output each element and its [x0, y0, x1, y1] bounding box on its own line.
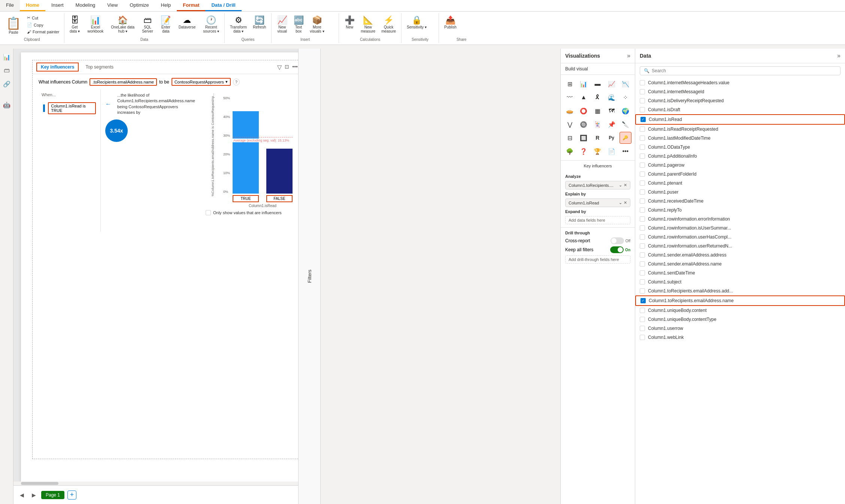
- data-item-checkbox[interactable]: [640, 180, 645, 186]
- drill-add-field[interactable]: Add drill-through fields here: [565, 255, 630, 264]
- filter-icon[interactable]: ▽: [277, 64, 282, 71]
- viz-icon-filled-map[interactable]: 🌍: [620, 105, 632, 117]
- tab-help[interactable]: Help: [155, 0, 177, 11]
- sidebar-data-icon[interactable]: 🗃: [1, 65, 12, 76]
- data-item-checkbox[interactable]: [640, 279, 645, 285]
- add-page-button[interactable]: +: [67, 491, 76, 500]
- data-item[interactable]: Column1.replyTo: [635, 206, 845, 215]
- focus-icon[interactable]: ⊡: [285, 64, 289, 71]
- data-item[interactable]: Column1.sender.emailAddress.name: [635, 259, 845, 268]
- expand-by-placeholder[interactable]: Add data fields here: [565, 216, 630, 224]
- viz-icon-kpi[interactable]: 📌: [606, 118, 618, 130]
- viz-icon-waterfall[interactable]: 🌊: [606, 91, 618, 103]
- data-item[interactable]: Column1.internetMessageHeaders.value: [635, 78, 845, 87]
- viz-icon-line[interactable]: 〰: [564, 91, 576, 103]
- explain-remove-button[interactable]: ✕: [624, 200, 627, 205]
- data-item-checkbox[interactable]: [640, 335, 645, 340]
- viz-icon-matrix2[interactable]: 🔲: [578, 132, 590, 144]
- sensitivity-button[interactable]: 🔒 Sensitivity ▾: [405, 15, 429, 31]
- data-item-checkbox[interactable]: [640, 225, 645, 231]
- data-item-checkbox[interactable]: [640, 243, 645, 249]
- viz-icon-matrix[interactable]: ⊟: [564, 132, 576, 144]
- sidebar-copilot-icon[interactable]: 🤖: [1, 100, 12, 110]
- new-visual-button[interactable]: 📈 Newvisual: [275, 15, 290, 35]
- next-page-button[interactable]: ▶: [29, 491, 38, 500]
- data-item-checkbox[interactable]: [640, 234, 645, 240]
- paste-button[interactable]: 📋 Paste: [3, 15, 24, 36]
- viz-icon-py[interactable]: Py: [606, 132, 618, 144]
- sidebar-report-icon[interactable]: 📊: [1, 52, 12, 62]
- data-item[interactable]: Column1.sender.emailAddress.address: [635, 251, 845, 259]
- viz-icon-qa[interactable]: ❓: [578, 145, 590, 157]
- data-item[interactable]: Column1.webLink: [635, 333, 845, 342]
- viz-icon-column[interactable]: 📈: [606, 78, 618, 90]
- refresh-button[interactable]: 🔄 Refresh: [251, 15, 268, 31]
- data-item-checkbox[interactable]: [640, 154, 645, 159]
- data-item-checkbox[interactable]: [640, 80, 645, 85]
- tab-insert[interactable]: Insert: [45, 0, 70, 11]
- data-item[interactable]: Column1.isDraft: [635, 105, 845, 114]
- data-expand-button[interactable]: »: [837, 52, 841, 59]
- data-item-checkbox[interactable]: [640, 127, 645, 132]
- data-item[interactable]: Column1.toRecipients.emailAddress.add...: [635, 286, 845, 295]
- data-item-checkbox[interactable]: ✓: [640, 117, 646, 122]
- help-icon[interactable]: ?: [233, 79, 240, 85]
- data-item[interactable]: Column1.pAdditionalInfo: [635, 152, 845, 161]
- viz-icon-key-influencers[interactable]: 🔑: [620, 132, 632, 144]
- tab-view[interactable]: View: [101, 0, 124, 11]
- data-item[interactable]: Column1.ptenant: [635, 179, 845, 188]
- viz-icon-table[interactable]: ⊞: [564, 78, 576, 90]
- data-item[interactable]: Column1.uniqueBody.content: [635, 306, 845, 315]
- data-item-checkbox[interactable]: [640, 107, 645, 112]
- viz-icon-r[interactable]: R: [591, 132, 603, 144]
- excel-button[interactable]: 📊 Excelworkbook: [85, 15, 106, 35]
- viz-icon-pie[interactable]: 🥧: [564, 105, 576, 117]
- data-item-checkbox[interactable]: [640, 207, 645, 213]
- get-data-button[interactable]: 🗄 Getdata ▾: [67, 15, 82, 35]
- new-button[interactable]: ➕ New: [342, 15, 357, 31]
- data-item-checkbox[interactable]: [640, 189, 645, 195]
- data-item[interactable]: Column1.parentFolderId: [635, 170, 845, 179]
- recent-sources-button[interactable]: 🕐 Recentsources ▾: [201, 15, 221, 35]
- page-chip[interactable]: Page 1: [41, 491, 64, 499]
- data-item[interactable]: Column1.rowinformation.errorInformation: [635, 215, 845, 224]
- data-item[interactable]: Column1.uniqueBody.contentType: [635, 315, 845, 324]
- analyze-remove-button[interactable]: ✕: [624, 183, 627, 188]
- data-item[interactable]: Column1.isDeliveryReceiptRequested: [635, 96, 845, 105]
- data-item-checkbox[interactable]: [640, 288, 645, 294]
- sidebar-model-icon[interactable]: 🔗: [1, 79, 12, 89]
- data-item-checkbox[interactable]: ✓: [640, 298, 646, 303]
- explain-expand-icon[interactable]: ⌄: [619, 200, 622, 205]
- key-influencers-tab[interactable]: Key influencers: [36, 63, 79, 72]
- data-item-checkbox[interactable]: [640, 89, 645, 94]
- text-box-button[interactable]: 🔤 Textbox: [291, 15, 306, 35]
- data-item[interactable]: Column1.sentDateTime: [635, 268, 845, 277]
- viz-icon-line-col[interactable]: 📉: [620, 78, 632, 90]
- back-arrow[interactable]: ←: [105, 101, 111, 107]
- tab-file[interactable]: File: [0, 0, 20, 11]
- filters-panel[interactable]: Filters: [298, 49, 321, 504]
- data-item-checkbox[interactable]: [640, 326, 645, 331]
- data-item[interactable]: Column1.rowinformation.userHasCompl...: [635, 233, 845, 242]
- keep-filters-toggle[interactable]: [610, 246, 624, 253]
- data-item[interactable]: Column1.puser: [635, 188, 845, 197]
- sql-button[interactable]: 🗃 SQLServer: [140, 15, 155, 35]
- tab-home[interactable]: Home: [20, 0, 45, 11]
- data-item[interactable]: ✓Column1.toRecipients.emailAddress.name: [635, 295, 845, 306]
- data-item[interactable]: Column1.receivedDateTime: [635, 197, 845, 206]
- dataverse-button[interactable]: ☁ Dataverse: [176, 15, 198, 31]
- data-item[interactable]: Column1.rowinformation.isUserSummar...: [635, 224, 845, 233]
- enter-data-button[interactable]: 📝 Enterdata: [158, 15, 173, 35]
- viz-icon-treemap[interactable]: ▦: [591, 105, 603, 117]
- viz-icon-funnel[interactable]: ⋁: [564, 118, 576, 130]
- viz-icon-decomp[interactable]: 🌳: [564, 145, 576, 157]
- tab-data-drill[interactable]: Data / Drill: [205, 0, 241, 11]
- data-item-checkbox[interactable]: [640, 145, 645, 150]
- search-input[interactable]: [652, 68, 836, 73]
- format-painter-button[interactable]: 🖌 Format painter: [25, 29, 61, 35]
- dropdown-box[interactable]: ContosoRequestApprovers ▾: [172, 78, 231, 86]
- data-item-checkbox[interactable]: [640, 163, 645, 168]
- data-item[interactable]: Column1.pagerow: [635, 161, 845, 170]
- viz-icon-scatter[interactable]: ⁘: [620, 91, 632, 103]
- prev-page-button[interactable]: ◀: [17, 491, 26, 500]
